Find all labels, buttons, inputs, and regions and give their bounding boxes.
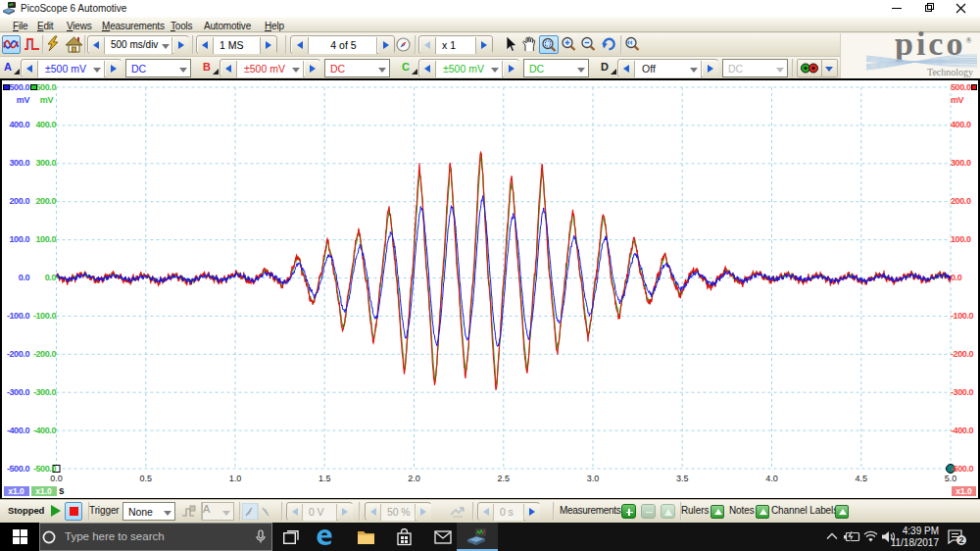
- svg-text:2: 2: [958, 535, 963, 545]
